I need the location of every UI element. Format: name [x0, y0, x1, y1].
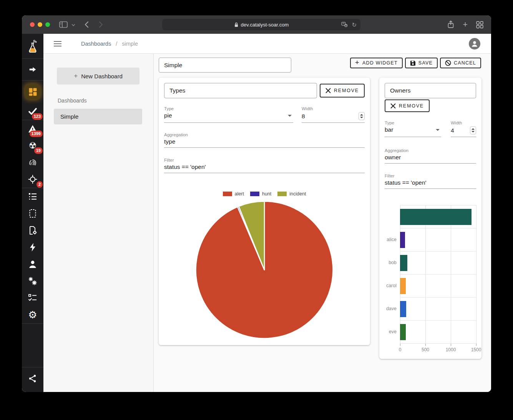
filter-input[interactable]: Filter status == 'open' [385, 174, 476, 189]
bar-y-labels: alicebobcaroldaveeve [385, 205, 400, 344]
width-input[interactable]: Width 8 [302, 106, 365, 123]
gear-icon: ⚙ [28, 310, 37, 320]
new-tab-icon[interactable]: + [463, 20, 468, 29]
dashboard-name-input[interactable] [159, 58, 291, 73]
save-label: SAVE [418, 60, 433, 66]
crosshair-icon [28, 175, 37, 184]
bar [400, 301, 406, 317]
sidebar-item-ticket-types[interactable] [22, 222, 43, 239]
sidebar-toggle-icon[interactable] [59, 21, 68, 28]
width-value: 4 [451, 127, 470, 134]
back-icon[interactable] [85, 21, 89, 28]
icon-sidebar: 123 1399 ☢ 19 2 [22, 34, 43, 392]
new-dashboard-label: New Dashboard [81, 73, 123, 79]
translate-icon[interactable] [341, 22, 348, 27]
save-button[interactable]: SAVE [405, 58, 438, 68]
legend-item: incident [277, 191, 306, 197]
bar-row [400, 228, 476, 251]
share-icon[interactable] [447, 20, 454, 29]
legend-label: alert [235, 191, 244, 197]
sidebar-item-incidents[interactable]: ☢ 19 [22, 137, 43, 154]
bar [400, 324, 406, 340]
width-label: Width [302, 106, 365, 111]
legend-swatch [277, 192, 287, 196]
fingerprint-icon [28, 158, 37, 167]
widget-name-input[interactable] [385, 83, 476, 98]
remove-widget-button[interactable]: REMOVE [385, 99, 430, 112]
type-value: bar [385, 126, 436, 133]
filter-input[interactable]: Filter status == 'open' [164, 158, 365, 173]
axis-tick-label: 0 [399, 347, 402, 352]
gears-icon [28, 276, 38, 286]
sidebar-item-rules[interactable] [22, 289, 43, 306]
chevron-down-icon[interactable] [71, 23, 75, 26]
traffic-light[interactable] [30, 22, 35, 27]
sidebar-item-hunts[interactable]: 2 [22, 171, 43, 188]
aggregation-input[interactable]: Aggregation owner [385, 148, 476, 164]
type-select[interactable]: Type bar [385, 121, 441, 137]
width-input[interactable]: Width 4 [451, 121, 476, 137]
sidebar-item-tasks[interactable]: 123 [22, 103, 43, 120]
axis-tick [476, 344, 476, 346]
type-value: pie [164, 112, 288, 119]
avatar[interactable] [469, 38, 480, 50]
axis-tick-label: 500 [422, 347, 429, 352]
browser-titlebar: dev.catalyst-soar.com ↻ + [22, 15, 491, 34]
remove-label: REMOVE [399, 103, 424, 109]
sidebar-item-lists[interactable] [22, 188, 43, 205]
reload-icon[interactable]: ↻ [352, 22, 357, 28]
bar-row [400, 205, 476, 228]
widget-card-owners: REMOVE Type bar [379, 78, 481, 359]
number-stepper[interactable] [359, 112, 365, 120]
sidebar-item-jobs[interactable] [22, 273, 43, 289]
pie-legend: alerthuntincident [164, 191, 365, 197]
sidebar-item-alerts[interactable]: 1399 [22, 120, 43, 137]
chevron-down-icon [288, 115, 292, 117]
legend-swatch [223, 192, 232, 196]
bar-category-label: carol [385, 274, 397, 297]
cancel-button[interactable]: CANCEL [440, 58, 481, 68]
menu-icon[interactable] [53, 41, 62, 47]
type-label: Type [385, 121, 441, 125]
sidebar-item-share[interactable] [22, 367, 43, 390]
sidebar-item-automations[interactable] [22, 239, 43, 256]
sidebar-item-flows[interactable] [22, 59, 43, 80]
bar-row [400, 251, 476, 274]
bar-category-label: dave [385, 297, 397, 320]
remove-label: REMOVE [334, 88, 359, 93]
add-widget-button[interactable]: + ADD WIDGET [350, 58, 403, 68]
sidebar-item-forensics[interactable] [22, 154, 43, 171]
aggregation-label: Aggregation [164, 132, 365, 137]
breadcrumb: Dashboards / simple [81, 41, 138, 47]
widget-name-input[interactable] [164, 83, 317, 98]
sidebar-item-templates[interactable] [22, 205, 43, 222]
bar-chart: alicebobcaroldaveeve 050010001500 [385, 205, 476, 354]
bar-x-axis: 050010001500 [400, 344, 476, 354]
dashboard-editor: + ADD WIDGET SAVE CANCEL [154, 54, 491, 392]
number-stepper[interactable] [470, 126, 476, 134]
forward-icon[interactable] [99, 21, 103, 28]
sidebar-item-dashboards[interactable] [22, 81, 43, 103]
bar [400, 255, 407, 271]
legend-swatch [250, 192, 259, 196]
catalyst-logo-icon[interactable] [22, 34, 43, 58]
breadcrumb-dashboards[interactable]: Dashboards [81, 41, 111, 47]
traffic-light[interactable] [45, 22, 50, 27]
width-value: 8 [302, 113, 359, 120]
remove-widget-button[interactable]: REMOVE [320, 84, 365, 98]
file-dashed-icon [29, 209, 37, 218]
sidebar-item-users[interactable] [22, 256, 43, 273]
sidebar-item-settings[interactable]: ⚙ [22, 306, 43, 323]
aggregation-input[interactable]: Aggregation type [164, 132, 365, 148]
dashboards-section-title: Dashboards [58, 98, 153, 104]
browser-window: dev.catalyst-soar.com ↻ + [22, 15, 491, 392]
url-bar[interactable]: dev.catalyst-soar.com ↻ [162, 19, 360, 30]
chevron-down-icon [436, 129, 440, 131]
axis-tick-label: 1000 [446, 347, 456, 352]
new-dashboard-button[interactable]: + New Dashboard [57, 68, 139, 84]
traffic-light[interactable] [38, 22, 42, 27]
widget-card-types: REMOVE Type pie [159, 78, 370, 345]
type-select[interactable]: Type pie [164, 106, 293, 123]
dashboard-list-item-simple[interactable]: Simple [54, 109, 142, 124]
tab-overview-icon[interactable] [476, 21, 483, 28]
